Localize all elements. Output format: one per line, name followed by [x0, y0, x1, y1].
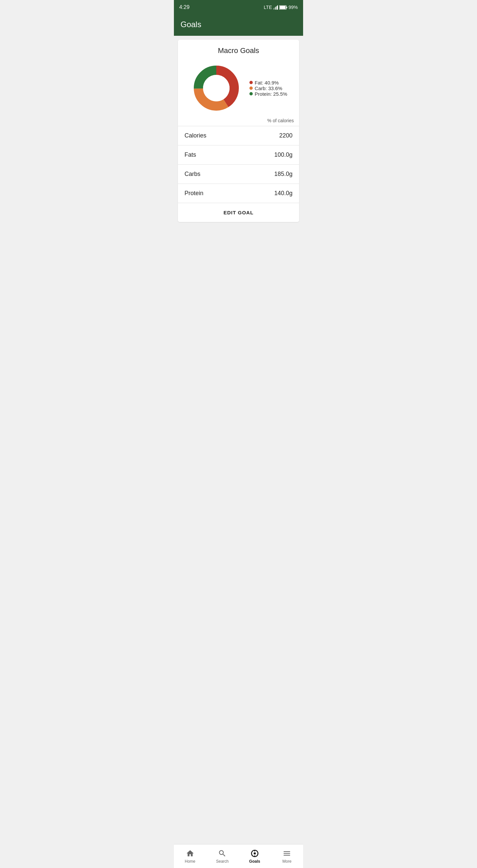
home-icon: [186, 849, 194, 858]
battery-icon: [279, 5, 287, 10]
fats-row: Fats 100.0g: [178, 145, 299, 164]
donut-svg: [190, 62, 243, 115]
carb-dot: [249, 87, 253, 90]
fats-label-text: Fats: [185, 151, 196, 158]
protein-row: Protein 140.0g: [178, 184, 299, 203]
main-content: Macro Goals: [174, 36, 303, 843]
nav-goals[interactable]: Goals: [238, 846, 271, 866]
carb-label: Carb: 33.6%: [255, 86, 282, 91]
calories-label-text: Calories: [185, 132, 206, 139]
svg-rect-5: [286, 7, 287, 8]
macro-goals-title: Macro Goals: [178, 40, 299, 58]
calories-label: % of calories: [178, 118, 299, 126]
battery-percent: 99%: [288, 5, 298, 10]
search-icon: [218, 849, 227, 858]
page-title: Goals: [181, 20, 296, 29]
nav-home[interactable]: Home: [174, 846, 206, 866]
macro-goals-card: Macro Goals: [178, 40, 299, 222]
macro-chart-section: Fat: 40.9% Carb: 33.6% Protein: 25.5%: [178, 58, 299, 121]
protein-label-text: Protein: [185, 190, 203, 197]
edit-goal-button[interactable]: EDIT GOAL: [178, 203, 299, 222]
svg-marker-0: [277, 5, 278, 10]
nav-goals-label: Goals: [249, 859, 260, 864]
protein-dot: [249, 92, 253, 95]
lte-label: LTE: [264, 5, 272, 10]
calories-value: 2200: [279, 132, 292, 139]
fat-label: Fat: 40.9%: [255, 80, 279, 86]
legend-protein: Protein: 25.5%: [249, 91, 287, 97]
carbs-label-text: Carbs: [185, 170, 200, 178]
status-time: 4:29: [179, 4, 189, 10]
carbs-value: 185.0g: [274, 170, 292, 178]
calories-row: Calories 2200: [178, 126, 299, 145]
protein-label: Protein: 25.5%: [255, 91, 287, 97]
fat-dot: [249, 81, 253, 84]
svg-rect-4: [280, 6, 286, 9]
goals-icon: [250, 849, 259, 858]
svg-point-10: [203, 75, 229, 101]
nav-home-label: Home: [185, 859, 195, 864]
nav-more-label: More: [283, 859, 291, 864]
protein-value: 140.0g: [274, 190, 292, 197]
nav-more[interactable]: More: [271, 846, 304, 866]
legend-carb: Carb: 33.6%: [249, 86, 287, 91]
chart-legend: Fat: 40.9% Carb: 33.6% Protein: 25.5%: [249, 80, 287, 97]
more-icon: [283, 849, 291, 858]
fats-value: 100.0g: [274, 151, 292, 158]
page-header: Goals: [174, 14, 303, 36]
status-bar: 4:29 LTE 99%: [174, 0, 303, 14]
carbs-row: Carbs 185.0g: [178, 164, 299, 184]
donut-chart: [190, 62, 243, 115]
bottom-nav: Home Search Goals More: [174, 844, 303, 868]
legend-fat: Fat: 40.9%: [249, 80, 287, 86]
svg-marker-1: [275, 6, 276, 10]
nav-search[interactable]: Search: [206, 846, 239, 866]
nav-search-label: Search: [216, 859, 228, 864]
signal-icon: [273, 5, 278, 10]
svg-point-12: [254, 852, 256, 855]
status-right: LTE 99%: [264, 5, 298, 10]
svg-marker-2: [273, 8, 275, 10]
